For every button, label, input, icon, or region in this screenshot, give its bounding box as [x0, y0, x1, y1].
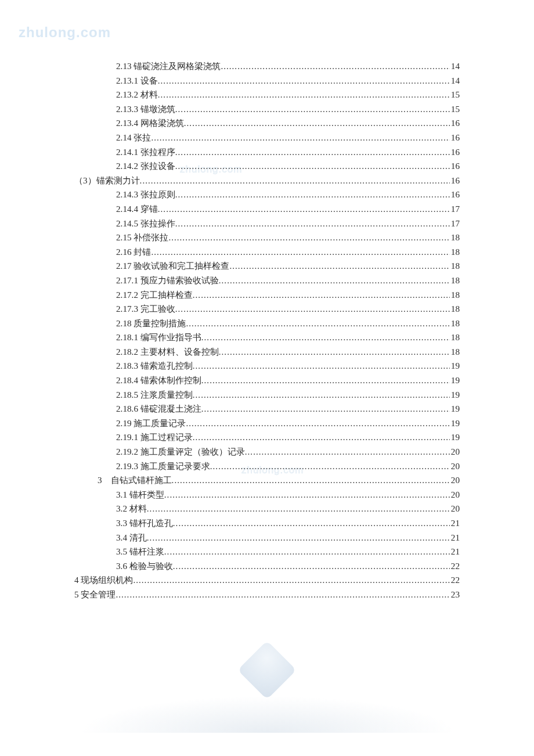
toc-page: 19 — [450, 419, 460, 427]
toc-leader-dots — [210, 462, 450, 470]
toc-leader-dots — [175, 161, 450, 170]
toc-leader-dots — [186, 419, 449, 427]
toc-leader-dots — [140, 176, 450, 185]
toc-label: 2.17 验收试验和完工抽样检查 — [116, 261, 229, 270]
footer-logo-icon — [237, 640, 297, 700]
toc-label: 3.5 锚杆注浆 — [116, 547, 164, 556]
toc-label: 3 自钻式锚杆施工 — [98, 476, 172, 484]
toc-row: 2.19.2 施工质量评定（验收）记录20 — [74, 447, 460, 462]
toc-row: 4 现场组织机构22 — [74, 575, 460, 590]
toc-page: 19 — [450, 390, 460, 399]
toc-label: 2.19.2 施工质量评定（验收）记录 — [116, 447, 245, 456]
toc-label: 2.14.1 张拉程序 — [116, 147, 175, 156]
toc-row: 2.19.1 施工过程记录19 — [74, 433, 460, 447]
toc-row: 2.13.2 材料15 — [74, 90, 460, 105]
toc-row: 2.18.6 锚碇混凝土浇注19 — [74, 404, 460, 419]
toc-page: 18 — [450, 233, 460, 242]
toc-label: 2.13.3 锚墩浇筑 — [116, 105, 175, 113]
toc-page: 20 — [450, 504, 460, 513]
toc-row: 2.14.1 张拉程序16 — [74, 147, 460, 162]
toc-label: 2.18.4 锚索体制作控制 — [116, 376, 201, 384]
toc-page: 16 — [450, 118, 460, 127]
toc-leader-dots — [175, 190, 450, 199]
toc-leader-dots — [158, 90, 450, 99]
toc-row: 3.5 锚杆注浆21 — [74, 547, 460, 561]
toc-page: 15 — [450, 105, 460, 113]
toc-row: 3.1 锚杆类型20 — [74, 490, 460, 505]
toc-row: 3.2 材料20 — [74, 504, 460, 519]
toc-page: 16 — [450, 176, 460, 185]
toc-leader-dots — [151, 133, 449, 142]
toc-label: 3.1 锚杆类型 — [116, 490, 164, 499]
toc-label: 2.18.1 编写作业指导书 — [116, 333, 201, 341]
toc-page: 22 — [450, 561, 460, 570]
toc-leader-dots — [175, 219, 450, 228]
toc-row: 2.14 张拉16 — [74, 133, 460, 147]
toc-page: 16 — [450, 147, 460, 156]
toc-label: 2.17.1 预应力锚索验收试验 — [116, 276, 219, 285]
toc-leader-dots — [116, 590, 449, 599]
toc-page: 16 — [450, 161, 460, 170]
toc-label: 2.14.3 张拉原则 — [116, 190, 175, 199]
toc-label: 4 现场组织机构 — [74, 575, 133, 584]
toc-label: 2.13.2 材料 — [116, 90, 158, 99]
toc-label: 2.18.5 注浆质量控制 — [116, 390, 193, 399]
toc-leader-dots — [173, 519, 450, 527]
toc-page: 20 — [450, 476, 460, 484]
toc-label: 2.14 张拉 — [116, 133, 151, 142]
toc-label: 2.18.2 主要材料、设备控制 — [116, 347, 219, 356]
toc-row: 2.18.4 锚索体制作控制19 — [74, 376, 460, 390]
toc-page: 16 — [450, 190, 460, 199]
watermark-top: zhulong.com — [19, 24, 111, 41]
toc-label: 2.13 锚碇浇注及网格梁浇筑 — [116, 62, 221, 70]
toc-leader-dots — [201, 404, 450, 413]
toc-leader-dots — [221, 62, 449, 70]
toc-label: 3.4 清孔 — [116, 533, 147, 542]
toc-row: 2.16 封锚18 — [74, 247, 460, 262]
toc-row: 2.18.1 编写作业指导书18 — [74, 333, 460, 347]
toc-label: 2.15 补偿张拉 — [116, 233, 168, 242]
toc-leader-dots — [186, 319, 449, 327]
toc-leader-dots — [151, 247, 449, 256]
toc-leader-dots — [193, 390, 450, 399]
toc-leader-dots — [229, 261, 449, 270]
footer-shadow — [0, 617, 534, 733]
toc-row: 2.17 验收试验和完工抽样检查18 — [74, 261, 460, 276]
toc-page: 14 — [450, 76, 460, 85]
toc-page: 18 — [450, 276, 460, 285]
toc-leader-dots — [175, 304, 450, 313]
toc-leader-dots — [173, 561, 450, 570]
toc-row: 3 自钻式锚杆施工20 — [74, 476, 460, 490]
toc-row: 2.17.3 完工验收18 — [74, 304, 460, 319]
toc-leader-dots — [193, 290, 450, 299]
toc-row: 2.13.1 设备14 — [74, 76, 460, 91]
toc-page: 19 — [450, 404, 460, 413]
toc-label: 2.18.6 锚碇混凝土浇注 — [116, 404, 201, 413]
toc-row: 2.14.3 张拉原则16 — [74, 190, 460, 204]
toc-page: 20 — [450, 447, 460, 456]
toc-row: 3.3 锚杆孔造孔21 — [74, 519, 460, 533]
toc-leader-dots — [164, 490, 450, 499]
toc-row: 2.13 锚碇浇注及网格梁浇筑14 — [74, 62, 460, 76]
toc-label: 2.17.3 完工验收 — [116, 304, 175, 313]
toc-label: 2.18 质量控制措施 — [116, 319, 186, 327]
toc-leader-dots — [147, 504, 450, 513]
toc-row: 2.19 施工质量记录19 — [74, 419, 460, 433]
toc-row: 2.18.2 主要材料、设备控制18 — [74, 347, 460, 362]
toc-leader-dots — [168, 233, 449, 242]
toc-label: 3.3 锚杆孔造孔 — [116, 519, 173, 527]
toc-row: （3）锚索测力计16 — [74, 176, 460, 190]
toc-row: 2.18 质量控制措施18 — [74, 319, 460, 333]
toc-label: 2.14.4 穿锚 — [116, 204, 158, 213]
toc-page: 18 — [450, 319, 460, 327]
toc-page: 18 — [450, 290, 460, 299]
toc-row: 2.15 补偿张拉18 — [74, 233, 460, 247]
toc-row: 2.13.4 网格梁浇筑16 — [74, 118, 460, 133]
toc-leader-dots — [133, 575, 449, 584]
toc-label: 3.2 材料 — [116, 504, 147, 513]
toc-page: 16 — [450, 133, 460, 142]
toc-page: 14 — [450, 62, 460, 70]
toc-page: 21 — [450, 519, 460, 527]
toc-leader-dots — [184, 118, 450, 127]
toc-page: 15 — [450, 90, 460, 99]
